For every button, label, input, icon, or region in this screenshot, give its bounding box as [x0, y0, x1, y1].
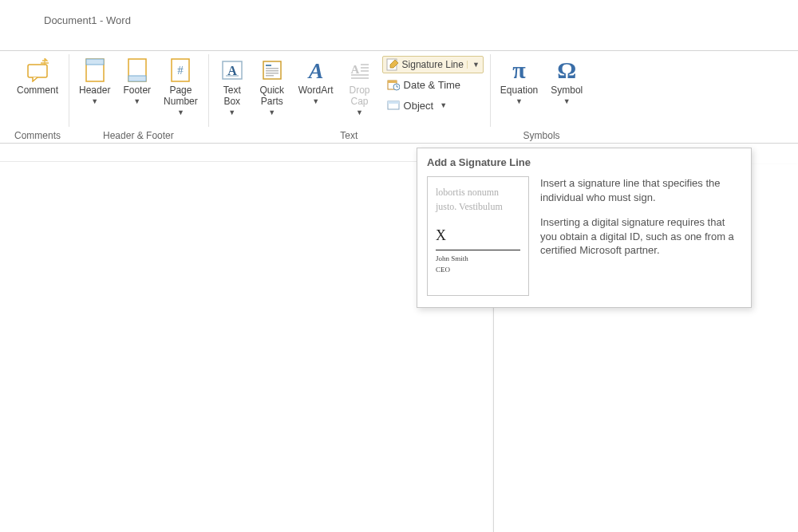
text-box-label: Text Box	[223, 85, 241, 108]
page-number-icon: #	[167, 57, 194, 84]
tooltip-paragraph-1: Insert a signature line that specifies t…	[540, 176, 741, 204]
svg-rect-11	[266, 65, 271, 66]
preview-lorem-1: lobortis nonumn	[436, 185, 520, 199]
group-header-footer: Header ▼ Footer ▼ #	[69, 51, 208, 143]
svg-rect-30	[388, 101, 399, 104]
svg-rect-25	[388, 81, 397, 83]
footer-label: Footer	[123, 85, 151, 97]
quick-parts-button[interactable]: Quick Parts ▼	[253, 54, 291, 119]
chevron-down-icon: ▼	[268, 108, 275, 116]
header-label: Header	[79, 85, 110, 97]
svg-rect-4	[128, 76, 146, 81]
object-icon	[386, 98, 401, 112]
group-text: A Text Box ▼	[208, 51, 490, 143]
symbol-icon: Ω	[553, 57, 580, 84]
preview-lorem-2: justo. Vestibulum	[436, 199, 520, 214]
signature-line-icon	[386, 58, 399, 71]
date-time-label: Date & Time	[404, 79, 461, 91]
footer-icon	[124, 57, 151, 84]
chevron-down-icon: ▼	[133, 97, 140, 105]
comment-label: Comment	[17, 85, 58, 97]
quick-parts-label: Quick Parts	[259, 85, 284, 108]
object-label: Object	[404, 100, 434, 112]
wordart-button[interactable]: A WordArt ▼	[293, 54, 339, 115]
page-number-label: Page Number	[164, 85, 198, 108]
header-icon	[81, 57, 109, 84]
group-header-footer-label: Header & Footer	[73, 128, 203, 143]
group-text-label: Text	[213, 128, 485, 143]
drop-cap-button[interactable]: A Drop Cap ▼	[341, 54, 379, 119]
svg-rect-2	[86, 59, 104, 65]
object-button[interactable]: Object ▼	[382, 96, 484, 115]
preview-signature-x: X	[436, 225, 520, 246]
comment-icon	[24, 57, 51, 84]
text-box-icon: A	[219, 57, 246, 84]
svg-text:A: A	[306, 58, 323, 83]
signature-line-label: Signature Line	[402, 59, 464, 70]
title-bar: Document1 - Word	[0, 0, 798, 40]
chevron-down-icon: ▼	[440, 101, 447, 109]
chevron-down-icon[interactable]: ▼	[467, 61, 480, 69]
chevron-down-icon: ▼	[228, 108, 235, 116]
equation-label: Equation	[500, 85, 538, 97]
svg-text:A: A	[350, 63, 359, 76]
page-number-button[interactable]: # Page Number ▼	[158, 54, 203, 119]
wordart-icon: A	[302, 57, 330, 84]
equation-button[interactable]: π Equation ▼	[495, 54, 543, 115]
group-comments-label: Comments	[11, 128, 64, 143]
date-time-icon	[386, 77, 401, 92]
tooltip-preview: lobortis nonumn justo. Vestibulum X John…	[427, 176, 529, 296]
symbol-label: Symbol	[551, 85, 583, 97]
ribbon-top-border	[0, 40, 798, 51]
date-time-button[interactable]: Date & Time	[382, 75, 484, 94]
text-stack: Signature Line ▼ Date & Time	[381, 54, 485, 116]
preview-signer-name: John Smith	[436, 254, 520, 265]
svg-rect-13	[266, 70, 279, 72]
tooltip-text: Insert a signature line that specifies t…	[540, 176, 741, 296]
group-symbols-label: Symbols	[495, 128, 588, 143]
footer-button[interactable]: Footer ▼	[117, 54, 156, 115]
tooltip-title: Add a Signature Line	[427, 156, 741, 168]
svg-rect-14	[266, 73, 279, 74]
drop-cap-icon: A	[346, 57, 373, 84]
preview-signature-line	[436, 250, 520, 250]
ribbon: Comment Comments Header ▼	[0, 51, 798, 144]
chevron-down-icon: ▼	[312, 97, 319, 105]
wordart-label: WordArt	[298, 85, 334, 97]
tooltip-body: lobortis nonumn justo. Vestibulum X John…	[427, 176, 741, 296]
svg-rect-15	[266, 75, 274, 77]
symbol-button[interactable]: Ω Symbol ▼	[545, 54, 588, 115]
tooltip-paragraph-2: Inserting a digital signature requires t…	[540, 215, 741, 258]
comment-button[interactable]: Comment	[11, 54, 64, 115]
chevron-down-icon: ▼	[356, 108, 363, 116]
signature-line-split-button[interactable]: Signature Line ▼	[382, 56, 484, 73]
chevron-down-icon: ▼	[177, 108, 184, 116]
quick-parts-icon	[259, 57, 286, 84]
chevron-down-icon: ▼	[516, 97, 523, 105]
svg-rect-12	[266, 68, 279, 69]
group-symbols: π Equation ▼ Ω Symbol ▼ Symbols	[490, 51, 593, 143]
group-comments: Comment Comments	[6, 51, 69, 143]
svg-rect-0	[28, 65, 47, 77]
chevron-down-icon: ▼	[563, 97, 571, 105]
window-title: Document1 - Word	[44, 14, 131, 26]
chevron-down-icon: ▼	[91, 97, 98, 105]
header-button[interactable]: Header ▼	[73, 54, 116, 115]
equation-icon: π	[506, 57, 533, 84]
preview-signer-role: CEO	[436, 265, 520, 276]
signature-line-tooltip: Add a Signature Line lobortis nonumn jus…	[417, 148, 752, 308]
text-box-button[interactable]: A Text Box ▼	[213, 54, 251, 119]
svg-text:#: #	[178, 64, 184, 77]
drop-cap-label: Drop Cap	[350, 85, 370, 108]
